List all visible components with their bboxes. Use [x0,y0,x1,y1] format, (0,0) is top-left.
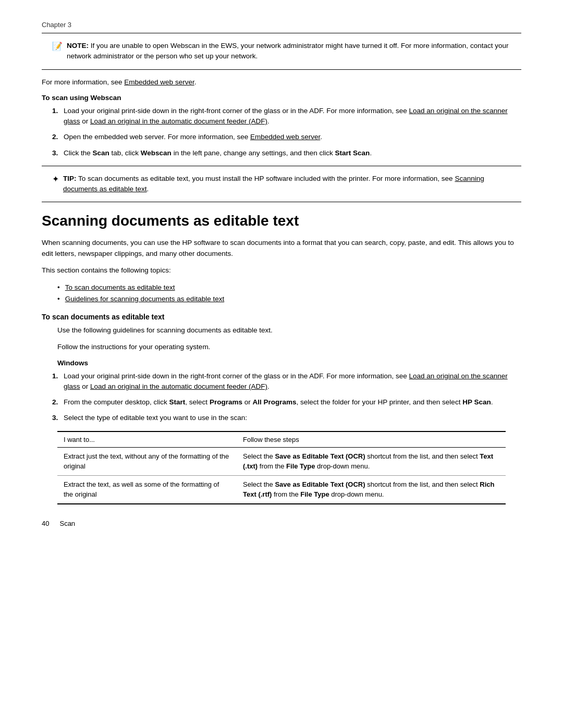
windows-step-3: 3. Select the type of editable text you … [52,413,521,423]
tip-bottom-divider [42,202,521,202]
topics-list: To scan documents as editable text Guide… [42,282,521,304]
editable-text-table: I want to... Follow these steps Extract … [57,431,506,504]
win-step-2-text: From the computer desktop, click Start, … [64,397,493,408]
tip-box: ✦ TIP: To scan documents as editable tex… [52,174,511,195]
tip-text: TIP: To scan documents as editable text,… [63,174,511,195]
step-3-text: Click the Scan tab, click Webscan in the… [64,148,372,158]
topics-list-item-1: To scan documents as editable text [57,282,521,293]
win-load-adf-link[interactable]: Load an original in the automatic docume… [90,382,267,390]
scan-webscan-heading: To scan using Webscan [42,94,521,102]
win-step-1-text: Load your original print-side down in th… [64,371,521,392]
step-1-text: Load your original print-side down in th… [64,106,521,127]
scan-step-1: 1. Load your original print-side down in… [52,106,521,127]
tip-body: To scan documents as editable text, you … [63,175,484,193]
table-cell-row2-col2: Select the Save as Editable Text (OCR) s… [237,475,506,503]
scan-step-2: 2. Open the embedded web server. For mor… [52,132,521,142]
table-cell-row1-col2: Select the Save as Editable Text (OCR) s… [237,447,506,475]
load-adf-link[interactable]: Load an original in the automatic docume… [90,117,267,125]
tip-top-divider [42,166,521,166]
windows-step-1: 1. Load your original print-side down in… [52,371,521,392]
note-bottom-divider [42,69,521,70]
embedded-web-server-link[interactable]: Embedded web server [124,78,194,86]
win-step-2-num: 2. [52,397,64,408]
editable-text-heading: To scan documents as editable text [42,313,521,321]
scanning-editable-link[interactable]: Scanning documents as editable text [63,175,484,193]
table-row: Extract the text, as well as some of the… [57,475,506,503]
step-1-num: 1. [52,106,64,116]
main-heading: Scanning documents as editable text [42,213,521,229]
windows-heading: Windows [42,359,521,367]
guidelines-link[interactable]: Guidelines for scanning documents as edi… [65,293,224,305]
table-cell-row2-col1: Extract the text, as well as some of the… [57,475,237,503]
note-icon: 📝 [52,41,63,51]
scan-step-3: 3. Click the Scan tab, click Webscan in … [52,148,521,158]
note-label: NOTE: [67,42,89,50]
note-text: NOTE: If you are unable to open Webscan … [67,41,511,62]
topics-intro: This section contains the following topi… [42,265,521,276]
win-step-3-text: Select the type of editable text you wan… [64,413,247,423]
table: I want to... Follow these steps Extract … [57,432,506,503]
note-body: If you are unable to open Webscan in the… [67,42,508,60]
step-3-num: 3. [52,148,64,158]
windows-step-2: 2. From the computer desktop, click Star… [52,397,521,408]
chapter-label: Chapter 3 [42,21,521,29]
step-2-text: Open the embedded web server. For more i… [64,132,322,142]
for-more-info-para: For more information, see Embedded web s… [42,77,521,88]
tip-label: TIP: [63,175,77,182]
editable-text-para1: Use the following guidelines for scannin… [42,325,521,336]
note-box: 📝 NOTE: If you are unable to open Websca… [42,41,521,62]
intro-para: When scanning documents, you can use the… [42,238,521,259]
footer: 40 Scan [42,520,75,527]
step-2-num: 2. [52,132,64,142]
tip-icon: ✦ [52,174,59,184]
table-header-row: I want to... Follow these steps [57,432,506,448]
table-header-col2: Follow these steps [237,432,506,448]
embedded-web-server-link-2[interactable]: Embedded web server [250,133,320,141]
table-cell-row1-col1: Extract just the text, without any of th… [57,447,237,475]
windows-steps-list: 1. Load your original print-side down in… [42,371,521,424]
page-container: Chapter 3 📝 NOTE: If you are unable to o… [0,0,563,543]
table-row: Extract just the text, without any of th… [57,447,506,475]
for-more-info-prefix: For more information, see [42,78,124,86]
footer-page-number: 40 [42,520,49,527]
win-step-3-num: 3. [52,413,64,423]
editable-text-para2: Follow the instructions for your operati… [42,342,521,352]
table-header-col1: I want to... [57,432,237,448]
to-scan-editable-link[interactable]: To scan documents as editable text [65,282,175,293]
win-step-1-num: 1. [52,371,64,381]
topics-list-item-2: Guidelines for scanning documents as edi… [57,293,521,305]
footer-section: Scan [59,520,75,527]
scan-steps-list: 1. Load your original print-side down in… [42,106,521,158]
top-divider [42,33,521,33]
